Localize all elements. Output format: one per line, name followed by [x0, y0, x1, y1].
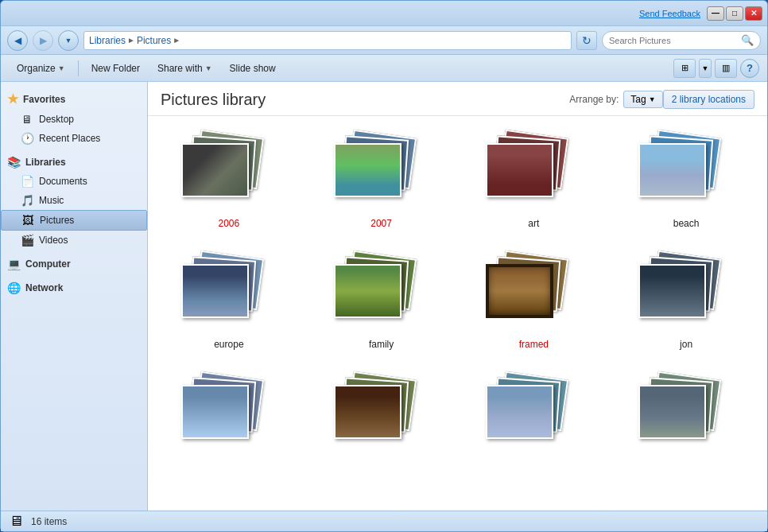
- share-with-button[interactable]: Share with ▼: [149, 58, 220, 79]
- folder-beach-name: beach: [673, 218, 700, 229]
- back-button[interactable]: ◀: [7, 30, 28, 51]
- toolbar: Organize ▼ New Folder Share with ▼ Slide…: [1, 55, 767, 82]
- send-feedback-link[interactable]: Send Feedback: [639, 9, 700, 18]
- folder-art-name: art: [528, 218, 539, 229]
- photo-stack: [638, 375, 710, 435]
- breadcrumb-libraries[interactable]: Libraries: [89, 35, 126, 46]
- address-input[interactable]: Libraries ► Pictures ►: [83, 31, 572, 50]
- folder-row3-2-thumbnail: [334, 375, 429, 455]
- folder-europe[interactable]: europe: [161, 250, 297, 355]
- folder-row3-3[interactable]: [466, 371, 603, 464]
- arrange-wrap: Arrange by: Tag ▼: [569, 91, 662, 108]
- folder-2006[interactable]: 2006: [161, 129, 297, 234]
- title-bar: Send Feedback — □ ✕: [1, 1, 767, 26]
- breadcrumb: Libraries ► Pictures ►: [89, 35, 566, 46]
- help-button[interactable]: ?: [740, 59, 759, 78]
- sidebar-group-libraries: 📚 Libraries 📄 Documents 🎵 Music 🖼 Pictur…: [1, 153, 147, 250]
- explorer-window: Send Feedback — □ ✕ ◀ ▶ ▼ Libraries ► Pi…: [0, 0, 768, 532]
- view-icon: ⊞: [681, 63, 688, 73]
- photo-stack: [181, 134, 253, 193]
- folder-row3-4[interactable]: [618, 371, 754, 464]
- photo-front: [334, 264, 401, 318]
- folder-europe-name: europe: [214, 339, 243, 350]
- organize-arrow-icon: ▼: [58, 64, 65, 72]
- folder-beach-thumbnail: [638, 134, 734, 213]
- photo-stack: [638, 254, 710, 314]
- folder-2007[interactable]: 2007: [313, 129, 450, 234]
- sidebar-libraries-header[interactable]: 📚 Libraries: [1, 153, 147, 172]
- recent-places-icon: 🕐: [20, 131, 34, 146]
- photo-front: [638, 264, 706, 318]
- breadcrumb-sep-1: ►: [127, 36, 135, 45]
- organize-button[interactable]: Organize ▼: [9, 58, 73, 79]
- library-locations-button[interactable]: 2 library locations: [663, 90, 754, 109]
- folder-family-thumbnail: [334, 254, 429, 334]
- maximize-button[interactable]: □: [726, 6, 743, 21]
- item-count: 16 items: [31, 516, 67, 527]
- folders-grid: 2006 2007: [148, 116, 767, 477]
- breadcrumb-sep-2: ►: [173, 36, 180, 45]
- sidebar-computer-header[interactable]: 💻 Computer: [1, 254, 147, 274]
- network-icon: 🌐: [7, 282, 21, 294]
- photo-stack: [486, 134, 557, 193]
- forward-button[interactable]: ▶: [33, 30, 53, 51]
- folder-row3-1[interactable]: [161, 371, 297, 464]
- status-bar: 🖥 16 items: [1, 511, 767, 531]
- search-input[interactable]: [609, 36, 738, 45]
- folder-row3-2[interactable]: [313, 371, 450, 464]
- folder-art[interactable]: art: [466, 129, 603, 234]
- dropdown-button[interactable]: ▼: [58, 30, 79, 51]
- view-button[interactable]: ⊞: [673, 59, 696, 78]
- refresh-button[interactable]: ↻: [576, 31, 597, 50]
- sidebar-item-documents[interactable]: 📄 Documents: [1, 172, 147, 191]
- photo-front: [181, 264, 249, 318]
- folder-framed[interactable]: framed: [466, 250, 603, 355]
- sidebar-item-music[interactable]: 🎵 Music: [1, 191, 147, 210]
- folder-framed-name: framed: [519, 339, 549, 350]
- photo-front: [334, 143, 401, 197]
- folder-jon-thumbnail: [638, 254, 734, 334]
- library-icon: 📚: [7, 156, 21, 169]
- view-arrow-button[interactable]: ▼: [699, 59, 712, 78]
- photo-front: [638, 143, 706, 197]
- search-wrap: 🔍: [602, 31, 761, 50]
- music-icon: 🎵: [20, 193, 34, 208]
- computer-icon: 💻: [7, 258, 21, 270]
- main-content: ★ Favorites 🖥 Desktop 🕐 Recent Places 📚 …: [1, 82, 767, 511]
- sidebar-item-pictures[interactable]: 🖼 Pictures: [1, 210, 147, 231]
- photo-front: [181, 143, 249, 197]
- minimize-button[interactable]: —: [707, 6, 724, 21]
- sidebar-network-header[interactable]: 🌐 Network: [1, 278, 147, 297]
- pictures-icon: 🖼: [21, 213, 35, 227]
- status-icon: 🖥: [9, 513, 23, 530]
- folder-framed-thumbnail: [486, 254, 581, 334]
- address-bar: ◀ ▶ ▼ Libraries ► Pictures ► ↻ 🔍: [1, 26, 767, 55]
- photo-stack: [181, 375, 253, 435]
- folder-2006-thumbnail: [181, 134, 277, 213]
- search-icon: 🔍: [741, 34, 754, 46]
- photo-stack: [334, 254, 405, 314]
- photo-stack: [486, 254, 557, 314]
- library-title: Pictures library: [161, 91, 569, 109]
- folder-2007-name: 2007: [370, 218, 392, 229]
- sidebar-favorites-header[interactable]: ★ Favorites: [1, 88, 147, 110]
- sidebar-item-recent-places[interactable]: 🕐 Recent Places: [1, 129, 147, 148]
- new-folder-button[interactable]: New Folder: [83, 58, 148, 79]
- details-pane-button[interactable]: ▥: [715, 59, 737, 78]
- tag-button[interactable]: Tag ▼: [623, 91, 662, 108]
- close-button[interactable]: ✕: [745, 6, 762, 21]
- folder-row3-1-thumbnail: [181, 375, 277, 455]
- folder-beach[interactable]: beach: [618, 129, 754, 234]
- photo-front: [486, 264, 553, 318]
- folder-family[interactable]: family: [313, 250, 450, 355]
- slide-show-button[interactable]: Slide show: [222, 58, 284, 79]
- breadcrumb-pictures[interactable]: Pictures: [137, 35, 171, 46]
- folder-jon[interactable]: jon: [618, 250, 754, 355]
- sidebar-group-computer: 💻 Computer: [1, 254, 147, 274]
- photo-front: [334, 385, 401, 439]
- content-area: Pictures library Arrange by: Tag ▼ 2 lib…: [148, 82, 767, 511]
- toolbar-right: ⊞ ▼ ▥ ?: [673, 59, 759, 78]
- sidebar-item-videos[interactable]: 🎬 Videos: [1, 231, 147, 250]
- folder-art-thumbnail: [486, 134, 581, 213]
- sidebar-item-desktop[interactable]: 🖥 Desktop: [1, 110, 147, 129]
